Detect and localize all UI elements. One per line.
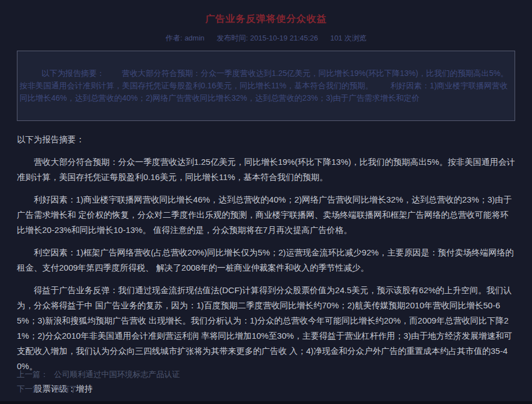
prev-post-link[interactable]: 公司顺利通过中国环境标志产品认证 [54,370,180,379]
paragraph: 利空因素：1)框架广告网络营收(占总营收20%)同比增长仅为5%；2)运营现金流… [17,245,515,275]
report-summary-box: 以下为报告摘要： 营收大部分符合预期：分众一季度营收达到1.25亿美元，同比增长… [17,51,515,121]
next-post-text: 没有了 [54,384,78,393]
paragraph: 营收大部分符合预期：分众一季度营收达到1.25亿美元，同比增长19%(环比下降1… [17,154,515,185]
publish-time-label: 发布时间: [217,34,248,42]
bottom-bar [0,401,532,404]
page-title: 广告业务反弹将使分众收益 [17,12,515,25]
view-count: 101 次浏览 [330,34,366,42]
prev-post-label: 上一篇： [17,370,48,379]
report-summary-text: 以下为报告摘要： 营收大部分符合预期：分众一季度营收达到1.25亿美元，同比增长… [20,69,508,102]
author-value: admin [184,34,204,42]
publish-time-value: 2015-10-19 21:45:26 [250,34,318,42]
article-meta: 作者:admin 发布时间:2015-10-19 21:45:26 101 次浏… [17,33,515,43]
paragraph: 以下为报告摘要： [17,132,515,147]
publish-meta: 发布时间:2015-10-19 21:45:26 [217,34,318,42]
next-post-row: 下一篇：没有了 [17,381,515,396]
prev-post-row: 上一篇：公司顺利通过中国环境标志产品认证 [17,367,515,381]
paragraph: 利好因素：1)商业楼宇联播网营收同比增长46%，达到总营收的40%；2)网络广告… [17,192,515,237]
author-label: 作者: [166,34,183,42]
paragraph: 得益于广告业务反弹：我们通过现金流折现估值法(DCF)计算得到分众股票价值为24… [17,282,515,374]
next-post-label: 下一篇： [17,384,48,393]
post-navigation: 上一篇：公司顺利通过中国环境标志产品认证 下一篇：没有了 [17,367,515,396]
author-meta: 作者:admin [166,34,205,42]
article-page: 广告业务反弹将使分众收益 作者:admin 发布时间:2015-10-19 21… [0,12,532,404]
article-body: 以下为报告摘要： 营收大部分符合预期：分众一季度营收达到1.25亿美元，同比增长… [17,132,515,404]
